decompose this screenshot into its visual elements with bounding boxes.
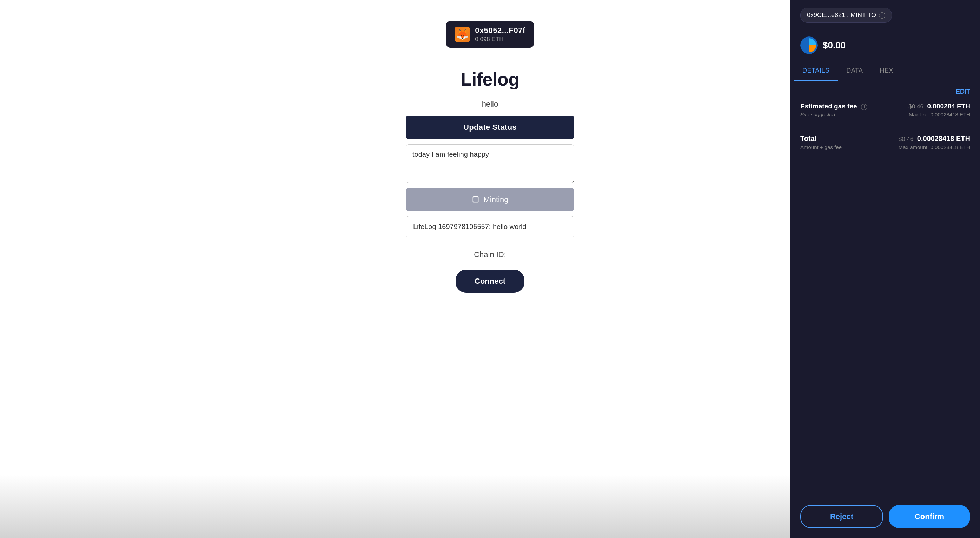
token-icon <box>800 37 818 54</box>
confirm-button[interactable]: Confirm <box>889 505 970 528</box>
tab-data[interactable]: DATA <box>838 61 871 81</box>
action-buttons: Reject Confirm <box>791 495 980 538</box>
edit-link[interactable]: EDIT <box>800 88 970 95</box>
wallet-address: 0x5052...F07f <box>475 26 525 35</box>
chain-id-label: Chain ID: <box>474 250 506 259</box>
minting-button: Minting <box>406 188 574 211</box>
gas-fee-row: Estimated gas fee i Site suggested $0.46… <box>800 102 970 117</box>
total-label-group: Total Amount + gas fee <box>800 135 842 150</box>
connect-button[interactable]: Connect <box>456 270 524 293</box>
gas-fee-sublabel: Site suggested <box>800 111 867 117</box>
panel-header: 0x9CE...e821 : MINT TO i <box>791 0 980 29</box>
wallet-badge[interactable]: 🦊 0x5052...F07f 0.098 ETH <box>446 21 533 48</box>
wallet-balance: 0.098 ETH <box>475 36 525 43</box>
total-label: Total <box>800 135 842 143</box>
total-usd: $0.46 <box>899 136 914 143</box>
token-section: $0.00 <box>791 29 980 61</box>
gas-fee-amount: $0.46 0.000284 ETH Max fee: 0.00028418 E… <box>908 102 970 117</box>
spinner-icon <box>472 196 479 203</box>
tab-hex[interactable]: HEX <box>872 61 902 81</box>
total-sublabel: Amount + gas fee <box>800 144 842 150</box>
gas-fee-usd: $0.46 <box>908 103 923 110</box>
status-display: hello <box>482 100 498 109</box>
app-title: Lifelog <box>461 69 520 90</box>
total-amount-group: $0.46 0.00028418 ETH Max amount: 0.00028… <box>899 135 970 150</box>
token-amount: $0.00 <box>823 40 846 51</box>
tabs-row: DETAILS DATA HEX <box>791 61 980 81</box>
metamask-panel: 0x9CE...e821 : MINT TO i $0.00 DETAILS D… <box>791 0 980 538</box>
divider <box>800 126 970 126</box>
total-row: Total Amount + gas fee $0.46 0.00028418 … <box>800 135 970 150</box>
info-icon[interactable]: i <box>879 12 885 19</box>
total-eth: 0.00028418 ETH <box>917 135 970 143</box>
metamask-fox-icon: 🦊 <box>455 27 470 42</box>
gas-fee-eth: 0.000284 ETH <box>927 102 970 110</box>
mint-to-address: 0x9CE...e821 : MINT TO <box>807 11 876 19</box>
gas-fee-info-icon[interactable]: i <box>861 104 867 110</box>
mint-to-badge: 0x9CE...e821 : MINT TO i <box>800 8 892 23</box>
tab-details[interactable]: DETAILS <box>794 61 838 81</box>
reject-button[interactable]: Reject <box>800 505 883 528</box>
gas-fee-label-group: Estimated gas fee i Site suggested <box>800 102 867 117</box>
gas-fee-max: Max fee: 0.00028418 ETH <box>908 111 970 117</box>
log-entry: LifeLog 1697978106557: hello world <box>406 216 574 237</box>
minting-label: Minting <box>484 195 509 204</box>
update-status-button[interactable]: Update Status <box>406 116 574 139</box>
status-textarea[interactable]: today I am feeling happy <box>406 144 574 183</box>
details-section: EDIT Estimated gas fee i Site suggested … <box>791 81 980 495</box>
total-max: Max amount: 0.00028418 ETH <box>899 144 970 150</box>
gas-fee-label: Estimated gas fee i <box>800 102 867 110</box>
wallet-info: 0x5052...F07f 0.098 ETH <box>475 26 525 43</box>
